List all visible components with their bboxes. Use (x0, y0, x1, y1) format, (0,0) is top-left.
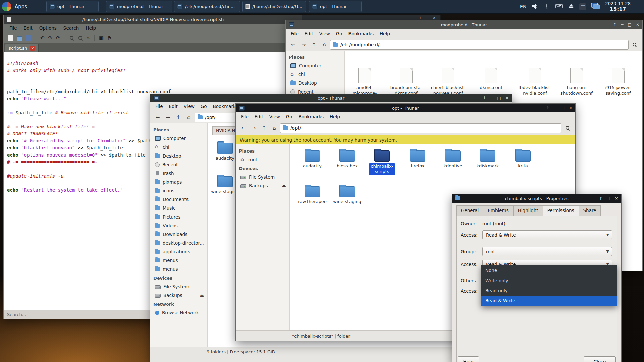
sidebar-item[interactable]: Documents ⏏ (150, 195, 207, 204)
up-button[interactable]: ↑ (174, 113, 183, 122)
maximize-button[interactable]: □ (607, 196, 610, 201)
taskbar-button[interactable]: /etc/modprobe.d/chi-... (174, 1, 240, 12)
dropdown-option[interactable]: Read only (481, 286, 617, 296)
file-item[interactable]: krita (507, 150, 539, 169)
sidebar-item[interactable]: Computer ⏏ (150, 134, 207, 143)
sidebar-item[interactable]: Browse Network ⏏ (150, 308, 207, 317)
close-button[interactable]: × (433, 16, 436, 20)
sidebar-item[interactable]: chi ⏏ (150, 143, 207, 152)
fullscreen-icon[interactable]: ▣ (99, 35, 104, 41)
home-button[interactable]: ⌂ (184, 113, 194, 122)
menu-item[interactable]: Bookmarks (296, 113, 327, 120)
forward-button[interactable]: → (249, 124, 258, 132)
forward-button[interactable]: → (163, 113, 173, 122)
menu-item[interactable]: Edit (21, 24, 36, 32)
menu-item[interactable]: File (152, 103, 166, 110)
shade-button[interactable]: ↑ (613, 22, 616, 27)
home-button[interactable]: ⌂ (320, 40, 329, 49)
close-button[interactable]: × (636, 22, 639, 27)
back-button[interactable]: ← (288, 40, 298, 49)
sidebar-item[interactable]: menus ⏏ (150, 265, 207, 274)
sidebar-item[interactable]: Desktop ⏏ (286, 79, 344, 87)
file-item[interactable]: rawTherapee (296, 186, 328, 204)
file-item[interactable]: kdiskmark (472, 150, 504, 169)
dropdown-option[interactable]: None (481, 265, 617, 276)
titlebar[interactable]: modprobe.d - Thunar ↑ ─ □ × (286, 20, 642, 29)
properties-tab[interactable]: Share (579, 205, 601, 216)
taskbar-button[interactable]: opt - Thunar (46, 1, 99, 12)
menu-item[interactable]: File (238, 113, 252, 120)
sidebar-item[interactable]: desktop-director... ⏏ (150, 239, 207, 247)
sidebar-item[interactable]: Trash ⏏ (150, 169, 207, 178)
menu-item[interactable]: File (288, 30, 302, 37)
sidebar-item[interactable]: chi ⏏ (286, 70, 344, 79)
back-button[interactable]: ← (238, 124, 248, 132)
properties-tab[interactable]: Permissions (543, 205, 579, 216)
file-item[interactable]: hang-on- shutdown.conf (558, 68, 595, 96)
shade-button[interactable]: ↑ (546, 106, 549, 110)
menu-item[interactable]: Go (283, 113, 296, 120)
toolbar-overflow-icon[interactable]: » (87, 35, 90, 41)
path-entry[interactable]: /etc/modprobe.d/ (330, 40, 629, 50)
sidebar-item[interactable]: Music ⏏ (150, 204, 207, 213)
find-icon[interactable] (69, 36, 74, 41)
shade-button[interactable]: ↑ (483, 96, 486, 100)
menu-item[interactable]: Help (377, 30, 393, 37)
properties-tab[interactable]: General (456, 205, 483, 216)
help-button[interactable]: Help (458, 356, 479, 362)
file-item[interactable]: firefox (401, 150, 434, 169)
minimize-button[interactable]: ─ (554, 106, 556, 110)
menu-item[interactable]: Bookmarks (345, 30, 377, 37)
maximize-button[interactable]: □ (628, 22, 632, 27)
close-button[interactable]: × (505, 96, 509, 100)
sidebar-item[interactable]: icons ⏏ (150, 186, 207, 195)
path-entry[interactable]: /opt/ (280, 123, 561, 133)
menu-item[interactable]: Help (327, 113, 343, 120)
file-item[interactable]: chimbalix- scripts (366, 150, 398, 175)
search-button[interactable] (630, 40, 640, 49)
sidebar-item[interactable]: menus ⏏ (150, 256, 207, 265)
file-item[interactable]: wine-staging (331, 186, 363, 204)
sidebar-item[interactable]: pixmaps ⏏ (150, 178, 207, 186)
properties-tab[interactable]: Highlight (514, 205, 543, 216)
close-button[interactable]: × (569, 106, 572, 110)
titlebar[interactable]: opt - Thunar ↑ ─ □ × (236, 104, 575, 112)
sidebar-item[interactable]: Pictures ⏏ (150, 213, 207, 221)
maximize-button[interactable]: □ (497, 96, 501, 100)
sidebar-item[interactable]: Computer ⏏ (286, 61, 344, 70)
file-item[interactable]: kdenlive (437, 150, 469, 169)
owner-access-combo[interactable]: Read & Write ▼ (482, 230, 612, 239)
up-button[interactable]: ↑ (309, 40, 319, 49)
reload-icon[interactable]: ⟳ (56, 35, 60, 41)
file-item[interactable]: i915-power- saving.conf (600, 68, 637, 96)
find-replace-icon[interactable] (78, 36, 83, 41)
minimize-button[interactable]: ─ (490, 96, 493, 100)
sidebar-item[interactable]: File System ⏏ (150, 282, 207, 291)
sidebar-item[interactable]: Backups ⏏ (236, 181, 289, 190)
sidebar-item[interactable]: Backups ⏏ (150, 291, 207, 300)
menu-item[interactable]: View (266, 113, 283, 120)
redo-icon[interactable]: ↷ (48, 35, 53, 41)
editor-titlebar[interactable]: /home/chi/Desktop/Useful-stuffs/NVIDIA-N… (4, 15, 302, 24)
home-button[interactable]: ⌂ (270, 124, 279, 132)
menu-item[interactable]: View (316, 30, 333, 37)
minimize-button[interactable]: ─ (621, 22, 623, 27)
eject-icon[interactable]: ⏏ (200, 293, 204, 298)
new-file-icon[interactable] (8, 35, 13, 41)
menu-item[interactable]: Edit (302, 30, 316, 37)
open-file-icon[interactable] (17, 36, 22, 41)
tab-close-icon[interactable]: × (30, 46, 35, 51)
search-button[interactable] (562, 124, 573, 133)
save-icon[interactable] (26, 35, 31, 41)
menu-item[interactable]: File (6, 24, 20, 32)
menu-item[interactable]: Search (60, 24, 82, 32)
file-item[interactable]: bless-hex (331, 150, 363, 169)
sidebar-item[interactable]: Desktop ⏏ (150, 152, 207, 160)
undo-icon[interactable]: ↶ (40, 35, 45, 41)
dropdown-option[interactable]: Write only (481, 276, 617, 286)
close-button[interactable]: Close (584, 356, 616, 362)
sidebar-item[interactable]: Downloads ⏏ (150, 230, 207, 239)
menu-item[interactable]: Options (36, 24, 60, 32)
sidebar-item[interactable]: Videos ⏏ (150, 221, 207, 230)
back-button[interactable]: ← (153, 113, 162, 122)
